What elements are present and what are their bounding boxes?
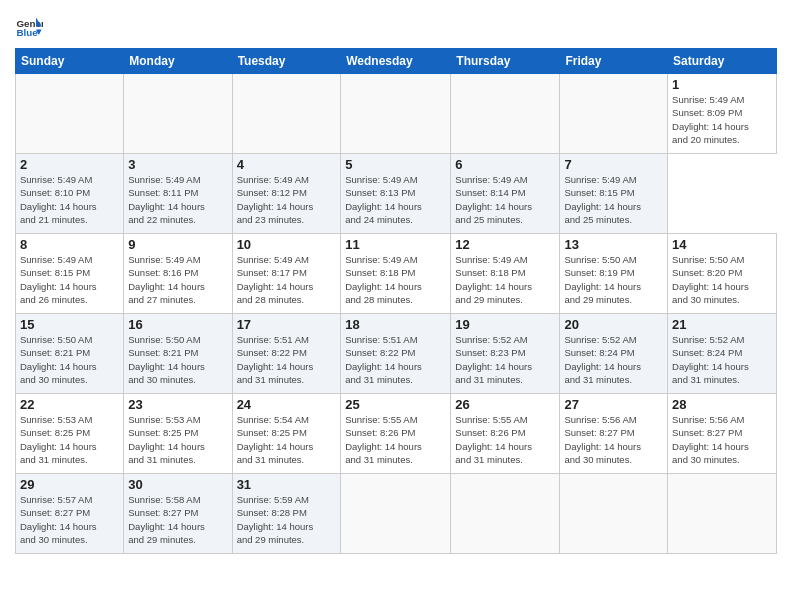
day-info: Sunrise: 5:49 AMSunset: 8:15 PMDaylight:…: [20, 254, 97, 305]
calendar-empty-cell: [341, 74, 451, 154]
day-number: 8: [20, 237, 119, 252]
calendar-day-27: 27Sunrise: 5:56 AMSunset: 8:27 PMDayligh…: [560, 394, 668, 474]
calendar-day-23: 23Sunrise: 5:53 AMSunset: 8:25 PMDayligh…: [124, 394, 232, 474]
day-number: 25: [345, 397, 446, 412]
calendar-header-monday: Monday: [124, 49, 232, 74]
day-number: 20: [564, 317, 663, 332]
day-info: Sunrise: 5:49 AMSunset: 8:11 PMDaylight:…: [128, 174, 205, 225]
calendar-header-sunday: Sunday: [16, 49, 124, 74]
day-number: 19: [455, 317, 555, 332]
day-info: Sunrise: 5:59 AMSunset: 8:28 PMDaylight:…: [237, 494, 314, 545]
header: General Blue: [15, 10, 777, 42]
calendar-day-11: 11Sunrise: 5:49 AMSunset: 8:18 PMDayligh…: [341, 234, 451, 314]
day-info: Sunrise: 5:49 AMSunset: 8:14 PMDaylight:…: [455, 174, 532, 225]
calendar-day-9: 9Sunrise: 5:49 AMSunset: 8:16 PMDaylight…: [124, 234, 232, 314]
day-number: 18: [345, 317, 446, 332]
day-info: Sunrise: 5:54 AMSunset: 8:25 PMDaylight:…: [237, 414, 314, 465]
calendar-day-13: 13Sunrise: 5:50 AMSunset: 8:19 PMDayligh…: [560, 234, 668, 314]
day-info: Sunrise: 5:49 AMSunset: 8:15 PMDaylight:…: [564, 174, 641, 225]
calendar-week-2: 8Sunrise: 5:49 AMSunset: 8:15 PMDaylight…: [16, 234, 777, 314]
page-container: General Blue SundayMondayTuesdayWednesda…: [0, 0, 792, 564]
calendar-empty-cell: [451, 474, 560, 554]
day-number: 17: [237, 317, 337, 332]
day-number: 3: [128, 157, 227, 172]
day-info: Sunrise: 5:51 AMSunset: 8:22 PMDaylight:…: [237, 334, 314, 385]
day-info: Sunrise: 5:53 AMSunset: 8:25 PMDaylight:…: [128, 414, 205, 465]
day-number: 15: [20, 317, 119, 332]
calendar-day-16: 16Sunrise: 5:50 AMSunset: 8:21 PMDayligh…: [124, 314, 232, 394]
day-number: 27: [564, 397, 663, 412]
calendar-day-22: 22Sunrise: 5:53 AMSunset: 8:25 PMDayligh…: [16, 394, 124, 474]
calendar-week-0: 1Sunrise: 5:49 AMSunset: 8:09 PMDaylight…: [16, 74, 777, 154]
calendar-header-row: SundayMondayTuesdayWednesdayThursdayFrid…: [16, 49, 777, 74]
day-number: 9: [128, 237, 227, 252]
day-info: Sunrise: 5:52 AMSunset: 8:24 PMDaylight:…: [564, 334, 641, 385]
day-number: 13: [564, 237, 663, 252]
calendar-day-1: 1Sunrise: 5:49 AMSunset: 8:09 PMDaylight…: [668, 74, 777, 154]
day-number: 7: [564, 157, 663, 172]
day-number: 23: [128, 397, 227, 412]
calendar-header-thursday: Thursday: [451, 49, 560, 74]
calendar-day-20: 20Sunrise: 5:52 AMSunset: 8:24 PMDayligh…: [560, 314, 668, 394]
day-number: 28: [672, 397, 772, 412]
calendar-day-12: 12Sunrise: 5:49 AMSunset: 8:18 PMDayligh…: [451, 234, 560, 314]
day-info: Sunrise: 5:49 AMSunset: 8:18 PMDaylight:…: [455, 254, 532, 305]
day-number: 26: [455, 397, 555, 412]
calendar-header-tuesday: Tuesday: [232, 49, 341, 74]
day-number: 10: [237, 237, 337, 252]
day-info: Sunrise: 5:57 AMSunset: 8:27 PMDaylight:…: [20, 494, 97, 545]
day-info: Sunrise: 5:49 AMSunset: 8:13 PMDaylight:…: [345, 174, 422, 225]
calendar-day-29: 29Sunrise: 5:57 AMSunset: 8:27 PMDayligh…: [16, 474, 124, 554]
calendar-day-26: 26Sunrise: 5:55 AMSunset: 8:26 PMDayligh…: [451, 394, 560, 474]
calendar-week-1: 2Sunrise: 5:49 AMSunset: 8:10 PMDaylight…: [16, 154, 777, 234]
day-number: 12: [455, 237, 555, 252]
calendar-empty-cell: [124, 74, 232, 154]
day-info: Sunrise: 5:55 AMSunset: 8:26 PMDaylight:…: [345, 414, 422, 465]
calendar-week-5: 29Sunrise: 5:57 AMSunset: 8:27 PMDayligh…: [16, 474, 777, 554]
calendar-empty-cell: [232, 74, 341, 154]
day-number: 1: [672, 77, 772, 92]
calendar-day-25: 25Sunrise: 5:55 AMSunset: 8:26 PMDayligh…: [341, 394, 451, 474]
day-info: Sunrise: 5:50 AMSunset: 8:19 PMDaylight:…: [564, 254, 641, 305]
day-number: 29: [20, 477, 119, 492]
day-info: Sunrise: 5:50 AMSunset: 8:21 PMDaylight:…: [128, 334, 205, 385]
calendar-day-28: 28Sunrise: 5:56 AMSunset: 8:27 PMDayligh…: [668, 394, 777, 474]
day-info: Sunrise: 5:49 AMSunset: 8:12 PMDaylight:…: [237, 174, 314, 225]
calendar-empty-cell: [560, 74, 668, 154]
day-number: 24: [237, 397, 337, 412]
calendar-day-2: 2Sunrise: 5:49 AMSunset: 8:10 PMDaylight…: [16, 154, 124, 234]
logo-icon: General Blue: [15, 14, 43, 42]
calendar-empty-cell: [668, 474, 777, 554]
day-number: 11: [345, 237, 446, 252]
calendar-day-5: 5Sunrise: 5:49 AMSunset: 8:13 PMDaylight…: [341, 154, 451, 234]
day-info: Sunrise: 5:52 AMSunset: 8:24 PMDaylight:…: [672, 334, 749, 385]
svg-text:Blue: Blue: [16, 27, 38, 38]
day-info: Sunrise: 5:52 AMSunset: 8:23 PMDaylight:…: [455, 334, 532, 385]
day-info: Sunrise: 5:51 AMSunset: 8:22 PMDaylight:…: [345, 334, 422, 385]
calendar-header-saturday: Saturday: [668, 49, 777, 74]
logo: General Blue: [15, 14, 46, 42]
day-number: 30: [128, 477, 227, 492]
calendar-day-21: 21Sunrise: 5:52 AMSunset: 8:24 PMDayligh…: [668, 314, 777, 394]
calendar-day-19: 19Sunrise: 5:52 AMSunset: 8:23 PMDayligh…: [451, 314, 560, 394]
day-number: 31: [237, 477, 337, 492]
day-number: 16: [128, 317, 227, 332]
calendar-day-7: 7Sunrise: 5:49 AMSunset: 8:15 PMDaylight…: [560, 154, 668, 234]
calendar-header-friday: Friday: [560, 49, 668, 74]
day-number: 5: [345, 157, 446, 172]
calendar-header-wednesday: Wednesday: [341, 49, 451, 74]
day-info: Sunrise: 5:49 AMSunset: 8:18 PMDaylight:…: [345, 254, 422, 305]
day-info: Sunrise: 5:50 AMSunset: 8:20 PMDaylight:…: [672, 254, 749, 305]
day-info: Sunrise: 5:56 AMSunset: 8:27 PMDaylight:…: [564, 414, 641, 465]
calendar-day-31: 31Sunrise: 5:59 AMSunset: 8:28 PMDayligh…: [232, 474, 341, 554]
calendar-day-15: 15Sunrise: 5:50 AMSunset: 8:21 PMDayligh…: [16, 314, 124, 394]
day-info: Sunrise: 5:49 AMSunset: 8:09 PMDaylight:…: [672, 94, 749, 145]
calendar-empty-cell: [560, 474, 668, 554]
day-number: 6: [455, 157, 555, 172]
calendar-table: SundayMondayTuesdayWednesdayThursdayFrid…: [15, 48, 777, 554]
calendar-day-24: 24Sunrise: 5:54 AMSunset: 8:25 PMDayligh…: [232, 394, 341, 474]
day-info: Sunrise: 5:49 AMSunset: 8:10 PMDaylight:…: [20, 174, 97, 225]
day-info: Sunrise: 5:55 AMSunset: 8:26 PMDaylight:…: [455, 414, 532, 465]
day-info: Sunrise: 5:58 AMSunset: 8:27 PMDaylight:…: [128, 494, 205, 545]
calendar-day-14: 14Sunrise: 5:50 AMSunset: 8:20 PMDayligh…: [668, 234, 777, 314]
